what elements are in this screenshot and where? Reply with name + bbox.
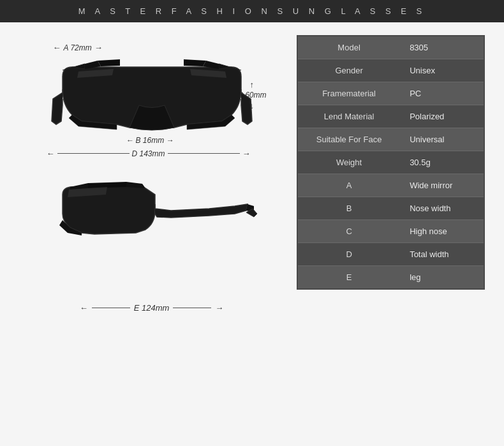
spec-label: Lend Material [297,105,400,128]
spec-label: Suitable For Face [297,128,400,151]
dim-b-label: B 16mm [136,136,165,145]
spec-value: 8305 [400,36,484,59]
site-header: M A S T E R F A S H I O N S U N G L A S … [0,0,504,22]
table-row: Weight30.5g [297,151,484,174]
dim-e-label: E 124mm [134,303,170,313]
front-view-container: ← A 72mm → ↑ C 60mm ↓ [19,35,284,169]
spec-value: Wide mirror [400,174,484,197]
spec-value: PC [400,82,484,105]
spec-value: leg [400,266,484,290]
front-glasses-wrapper: ← A 72mm → ↑ C 60mm ↓ [34,41,270,169]
table-row: AWide mirror [297,174,484,197]
spec-label: Weight [297,151,400,174]
spec-value: Total width [400,243,484,266]
table-row: FramematerialPC [297,82,484,105]
dim-d-label: D 143mm [132,149,165,158]
header-title: M A S T E R F A S H I O N S U N G L A S … [78,6,426,16]
spec-label: Model [297,36,400,59]
spec-label: B [297,197,400,220]
specs-table: Model8305GenderUnisexFramematerialPCLend… [297,35,485,290]
table-row: DTotal width [297,243,484,266]
side-view-container: ← E 124mm → [19,182,284,313]
dim-b-annotation: ← B 16mm → [126,136,174,145]
spec-value: Nose width [400,197,484,220]
dim-e-annotation: ← E 124mm → [43,303,260,313]
table-row: Model8305 [297,36,484,59]
table-row: BNose width [297,197,484,220]
spec-label: Gender [297,59,400,82]
spec-value: Unisex [400,59,484,82]
glasses-side-svg [43,182,260,281]
dim-a-label: A 72mm [64,43,92,52]
table-row: Lend MaterialPolarized [297,105,484,128]
spec-value: Universal [400,128,484,151]
spec-label: E [297,266,400,290]
right-panel: Model8305GenderUnisexFramematerialPCLend… [297,35,485,431]
table-row: GenderUnisex [297,59,484,82]
spec-value: High nose [400,220,484,243]
table-row: Eleg [297,266,484,290]
spec-label: C [297,220,400,243]
left-panel: ← A 72mm → ↑ C 60mm ↓ [19,35,284,431]
dim-a-annotation: ← A 72mm → [53,43,103,52]
side-glasses-wrapper [34,182,270,303]
table-row: Suitable For FaceUniversal [297,128,484,151]
spec-label: D [297,243,400,266]
dim-d-annotation: ← D 143mm → [47,149,251,158]
spec-label: Framematerial [297,82,400,105]
spec-value: Polarized [400,105,484,128]
spec-value: 30.5g [400,151,484,174]
main-content: ← A 72mm → ↑ C 60mm ↓ [0,22,504,444]
spec-label: A [297,174,400,197]
table-row: CHigh nose [297,220,484,243]
